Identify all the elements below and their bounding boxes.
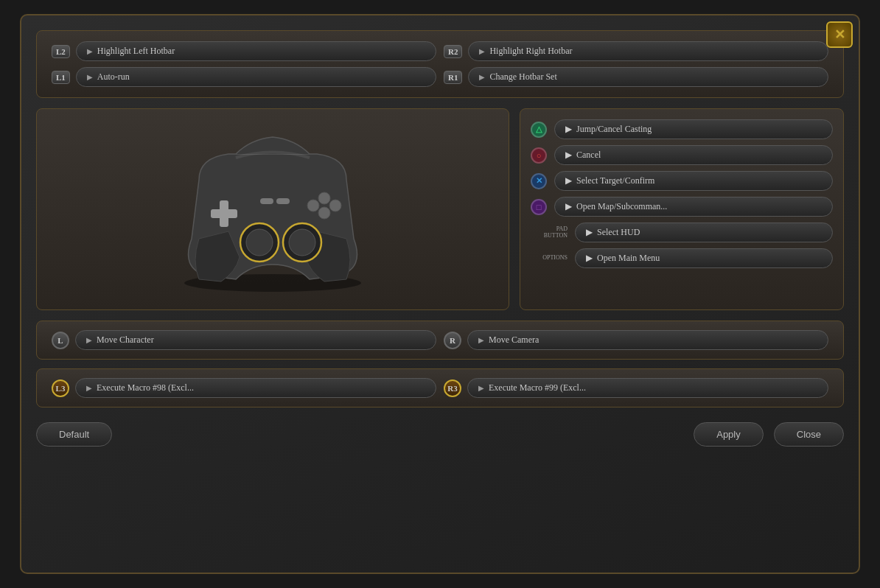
- svg-rect-7: [260, 198, 273, 204]
- sticks-section: L ▶ Move Character R ▶ Move Camera: [36, 321, 844, 360]
- right-stick-play-icon: ▶: [478, 336, 484, 344]
- svg-rect-8: [276, 198, 290, 204]
- l3-action-label: Execute Macro #98 (Excl...: [97, 382, 194, 393]
- options-label: OPTIONS: [531, 255, 568, 262]
- right-stick-action-label: Move Camera: [489, 335, 539, 346]
- l2-label: L2: [52, 45, 70, 58]
- close-x-icon: ✕: [834, 27, 845, 43]
- r1-row: R1 ▶ Change Hotbar Set: [444, 67, 828, 87]
- r3-play-icon: ▶: [478, 384, 484, 392]
- left-stick-play-icon: ▶: [86, 336, 92, 344]
- svg-point-12: [318, 207, 330, 219]
- cross-action-button[interactable]: ▶ Select Target/Confirm: [554, 171, 833, 191]
- r3-row: R3 ▶ Execute Macro #99 (Excl...: [444, 378, 828, 398]
- l2-row: L2 ▶ Highlight Left Hotbar: [52, 41, 436, 61]
- r2-label: R2: [444, 45, 462, 58]
- circle-row: ○ ▶ Cancel: [531, 145, 833, 165]
- pad-action-button[interactable]: ▶ Select HUD: [575, 223, 833, 242]
- pad-action-label: Select HUD: [597, 227, 640, 238]
- r1-action-label: Change Hotbar Set: [489, 71, 556, 83]
- left-stick-row: L ▶ Move Character: [52, 330, 436, 350]
- svg-point-9: [307, 200, 319, 211]
- pad-play-icon: ▶: [586, 227, 593, 238]
- r3-button[interactable]: ▶ Execute Macro #99 (Excl...: [467, 378, 828, 398]
- l1-button[interactable]: ▶ Auto-run: [76, 67, 436, 87]
- square-row: □ ▶ Open Map/Subcomman...: [531, 197, 833, 217]
- pad-button-label: PADBUTTON: [531, 226, 568, 239]
- shoulder-buttons-section: L2 ▶ Highlight Left Hotbar L1 ▶ Auto-run…: [36, 30, 844, 98]
- l3r3-section: L3 ▶ Execute Macro #98 (Excl... R3 ▶ Exe…: [36, 368, 844, 407]
- square-action-label: Open Map/Subcomman...: [576, 201, 667, 212]
- l1-row: L1 ▶ Auto-run: [52, 67, 436, 87]
- circle-button-icon: ○: [531, 147, 547, 164]
- square-button-icon: □: [531, 199, 547, 215]
- triangle-row: △ ▶ Jump/Cancel Casting: [531, 119, 833, 139]
- right-stick-row: R ▶ Move Camera: [444, 330, 828, 350]
- r2-play-icon: ▶: [479, 47, 485, 55]
- face-buttons-panel: △ ▶ Jump/Cancel Casting ○ ▶ Cancel ✕ ▶: [520, 108, 844, 310]
- l3-label: L3: [52, 379, 69, 397]
- right-stick-label: R: [444, 332, 461, 349]
- footer-right: Apply Close: [694, 422, 844, 447]
- right-shoulder-buttons: R2 ▶ Highlight Right Hotbar R1 ▶ Change …: [444, 41, 828, 87]
- close-button[interactable]: Close: [774, 422, 844, 447]
- options-row: OPTIONS ▶ Open Main Menu: [531, 248, 833, 268]
- options-action-label: Open Main Menu: [597, 253, 660, 264]
- l2-action-label: Highlight Left Hotbar: [97, 46, 175, 57]
- footer: Default Apply Close: [36, 419, 844, 447]
- options-play-icon: ▶: [586, 253, 593, 264]
- main-dialog: ✕ L2 ▶ Highlight Left Hotbar L1 ▶ Auto-r…: [20, 14, 860, 574]
- apply-button[interactable]: Apply: [694, 422, 764, 447]
- l2-play-icon: ▶: [87, 47, 93, 55]
- triangle-action-button[interactable]: ▶ Jump/Cancel Casting: [554, 119, 833, 139]
- left-shoulder-buttons: L2 ▶ Highlight Left Hotbar L1 ▶ Auto-run: [52, 41, 436, 87]
- l3-play-icon: ▶: [86, 384, 92, 392]
- r3-action-label: Execute Macro #99 (Excl...: [489, 382, 586, 393]
- left-stick-label: L: [52, 332, 69, 349]
- left-stick-button[interactable]: ▶ Move Character: [75, 330, 436, 350]
- close-icon-btn[interactable]: ✕: [826, 21, 853, 48]
- l3-button[interactable]: ▶ Execute Macro #98 (Excl...: [75, 378, 436, 398]
- svg-point-11: [329, 200, 341, 211]
- circle-action-label: Cancel: [576, 150, 601, 161]
- r1-play-icon: ▶: [479, 73, 485, 81]
- square-play-icon: ▶: [565, 201, 572, 212]
- l1-label: L1: [52, 71, 70, 84]
- r1-button[interactable]: ▶ Change Hotbar Set: [468, 67, 828, 87]
- r2-action-label: Highlight Right Hotbar: [489, 46, 572, 57]
- pad-button-row: PADBUTTON ▶ Select HUD: [531, 223, 833, 242]
- triangle-play-icon: ▶: [565, 124, 572, 135]
- cross-row: ✕ ▶ Select Target/Confirm: [531, 171, 833, 191]
- r2-button[interactable]: ▶ Highlight Right Hotbar: [468, 41, 828, 61]
- r3-label: R3: [444, 379, 461, 397]
- l2-button[interactable]: ▶ Highlight Left Hotbar: [76, 41, 436, 61]
- triangle-action-label: Jump/Cancel Casting: [576, 124, 652, 135]
- circle-action-button[interactable]: ▶ Cancel: [554, 145, 833, 165]
- options-action-button[interactable]: ▶ Open Main Menu: [575, 248, 833, 268]
- circle-play-icon: ▶: [565, 150, 572, 161]
- triangle-button-icon: △: [531, 122, 547, 138]
- l1-play-icon: ▶: [87, 73, 93, 81]
- right-stick-button[interactable]: ▶ Move Camera: [467, 330, 828, 350]
- svg-point-6: [289, 229, 315, 256]
- cross-button-icon: ✕: [531, 173, 547, 189]
- cross-play-icon: ▶: [565, 175, 572, 186]
- r2-row: R2 ▶ Highlight Right Hotbar: [444, 41, 828, 61]
- left-stick-action-label: Move Character: [97, 335, 154, 346]
- default-button[interactable]: Default: [36, 422, 112, 447]
- middle-section: △ ▶ Jump/Cancel Casting ○ ▶ Cancel ✕ ▶: [36, 108, 844, 310]
- cross-action-label: Select Target/Confirm: [576, 175, 654, 186]
- controller-image: [155, 121, 391, 298]
- svg-point-4: [246, 229, 273, 256]
- svg-point-10: [318, 192, 330, 204]
- square-action-button[interactable]: ▶ Open Map/Subcomman...: [554, 197, 833, 217]
- controller-panel: [36, 108, 509, 310]
- r1-label: R1: [444, 71, 462, 84]
- svg-rect-2: [211, 209, 237, 218]
- l3-row: L3 ▶ Execute Macro #98 (Excl...: [52, 378, 436, 398]
- l1-action-label: Auto-run: [97, 71, 130, 83]
